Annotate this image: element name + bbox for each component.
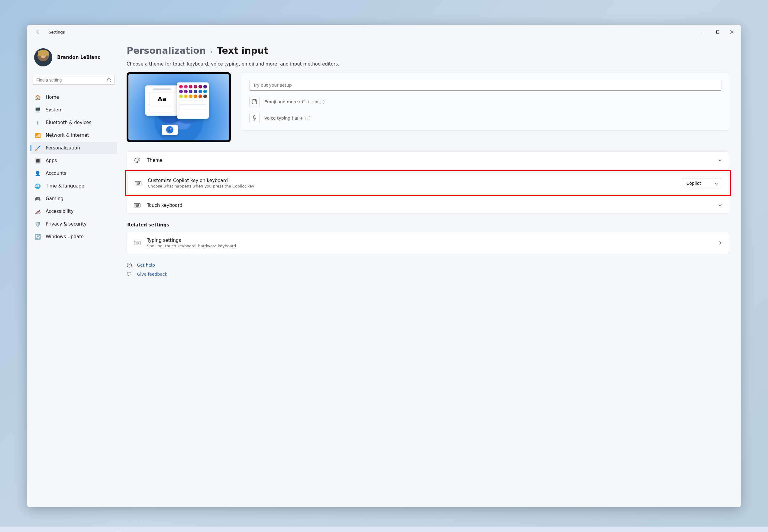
tryout-input[interactable]: Try out your setup (249, 80, 721, 91)
nav-apps[interactable]: 🔳Apps (31, 155, 117, 167)
svg-rect-11 (135, 181, 141, 185)
help-icon: ? (127, 262, 133, 268)
copilot-key-dropdown[interactable]: Copilot (682, 178, 721, 188)
svg-line-3 (110, 81, 111, 82)
svg-rect-4 (252, 100, 256, 104)
palette-icon (133, 157, 141, 164)
theme-preview[interactable]: Aa 🎤 (127, 72, 231, 142)
svg-point-12 (136, 182, 136, 182)
svg-rect-31 (134, 241, 140, 245)
breadcrumb-parent[interactable]: Personalization (127, 45, 206, 56)
gamepad-icon: 🎮 (35, 196, 41, 202)
svg-point-15 (139, 182, 140, 182)
emoji-shortcut-row[interactable]: Emoji and more ( ⊞ + . or ; ) (249, 97, 721, 107)
nav-update[interactable]: 🔄Windows Update (31, 231, 117, 243)
emoji-icon (249, 97, 259, 107)
nav-bluetooth[interactable]: ᚼBluetooth & devices (31, 117, 117, 129)
titlebar: Settings (27, 25, 741, 39)
bluetooth-icon: ᚼ (35, 120, 41, 126)
nav-home[interactable]: 🏠Home (31, 91, 117, 103)
chevron-right-icon: › (210, 48, 213, 55)
main-content: Personalization › Text input Choose a th… (120, 39, 741, 507)
svg-point-9 (137, 159, 138, 159)
person-icon: 👤 (35, 171, 41, 176)
voice-shortcut-row[interactable]: Voice typing ( ⊞ + H ) (249, 113, 721, 123)
svg-point-23 (136, 204, 137, 205)
home-icon: 🏠 (35, 95, 41, 100)
nav-gaming[interactable]: 🎮Gaming (31, 193, 117, 205)
svg-point-28 (137, 205, 137, 206)
svg-point-10 (138, 159, 139, 160)
nav-accessibility[interactable]: 🦽Accessibility (31, 205, 117, 217)
svg-rect-20 (137, 184, 140, 184)
svg-point-18 (138, 183, 138, 183)
maximize-button[interactable] (711, 26, 725, 38)
svg-point-26 (135, 205, 135, 206)
search-box[interactable] (33, 75, 114, 85)
svg-rect-1 (716, 31, 719, 34)
keyboard-icon (133, 203, 141, 208)
svg-point-27 (136, 205, 137, 206)
nav: 🏠Home 🖥️System ᚼBluetooth & devices 📶Net… (31, 91, 117, 243)
search-icon (107, 78, 111, 82)
back-button[interactable] (33, 27, 43, 37)
window-controls (697, 26, 739, 38)
shield-icon: 🛡️ (35, 221, 41, 227)
accessibility-icon: 🦽 (35, 209, 41, 214)
update-icon: 🔄 (35, 234, 41, 240)
svg-point-19 (139, 183, 140, 183)
svg-point-8 (136, 159, 137, 159)
give-feedback-link[interactable]: Give feedback (127, 271, 729, 277)
svg-rect-30 (136, 206, 139, 207)
theme-card[interactable]: Theme (127, 151, 729, 169)
taskbar (0, 527, 768, 532)
wifi-icon: 📶 (35, 133, 41, 138)
settings-window: Settings Brandon LeBlanc (27, 25, 741, 507)
svg-point-37 (136, 243, 137, 243)
avatar (34, 48, 52, 66)
globe-clock-icon: 🌐 (35, 183, 41, 189)
touch-keyboard-card[interactable]: Touch keyboard (127, 197, 729, 214)
svg-text:?: ? (129, 264, 130, 267)
close-button[interactable] (725, 26, 739, 38)
paintbrush-icon: 🖌️ (35, 145, 41, 151)
nav-network[interactable]: 📶Network & internet (31, 129, 117, 141)
sidebar: Brandon LeBlanc 🏠Home 🖥️System ᚼBluetoot… (27, 39, 120, 507)
svg-point-13 (137, 182, 137, 182)
nav-privacy[interactable]: 🛡️Privacy & security (31, 218, 117, 230)
tryout-panel: Try out your setup Emoji and more ( ⊞ + … (242, 72, 729, 131)
svg-point-25 (138, 204, 139, 205)
svg-point-5 (255, 100, 256, 101)
svg-point-39 (138, 243, 139, 243)
svg-rect-21 (134, 204, 140, 207)
preview-keyboard-window: Aa (145, 85, 178, 116)
svg-rect-40 (136, 244, 139, 244)
typing-settings-card[interactable]: Typing settings Spelling, touch keyboard… (127, 232, 729, 254)
svg-rect-6 (254, 116, 255, 118)
nav-personalization[interactable]: 🖌️Personalization (31, 142, 117, 154)
get-help-link[interactable]: ? Get help (127, 262, 729, 268)
copilot-key-card[interactable]: Customize Copilot key on keyboard Choose… (127, 172, 728, 194)
feedback-icon (127, 271, 133, 277)
nav-accounts[interactable]: 👤Accounts (31, 167, 117, 179)
page-subtitle: Choose a theme for touch keyboard, voice… (127, 61, 729, 67)
svg-point-17 (137, 183, 137, 183)
svg-rect-42 (127, 272, 131, 275)
search-input[interactable] (33, 75, 114, 85)
related-heading: Related settings (127, 222, 729, 228)
preview-palette-window (177, 82, 209, 119)
highlight-annotation: Customize Copilot key on keyboard Choose… (125, 170, 731, 196)
mic-icon (249, 113, 259, 123)
svg-point-22 (135, 204, 135, 205)
svg-point-14 (138, 182, 138, 182)
user-name: Brandon LeBlanc (57, 55, 100, 60)
keyboard-icon (133, 241, 141, 245)
profile[interactable]: Brandon LeBlanc (31, 42, 117, 74)
nav-system[interactable]: 🖥️System (31, 104, 117, 116)
minimize-button[interactable] (697, 26, 711, 38)
breadcrumb: Personalization › Text input (127, 45, 729, 56)
nav-time[interactable]: 🌐Time & language (31, 180, 117, 192)
svg-point-16 (136, 183, 136, 183)
svg-point-2 (108, 78, 110, 81)
app-title: Settings (49, 30, 65, 34)
